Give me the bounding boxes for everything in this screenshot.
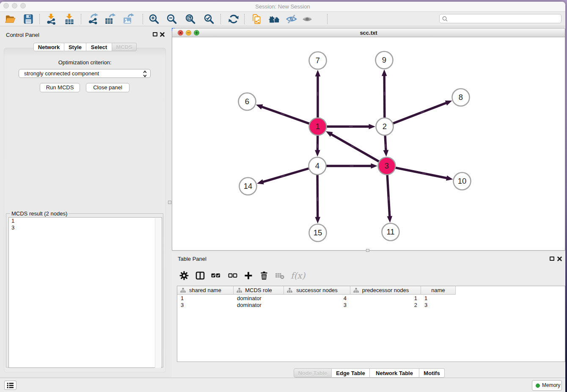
column-label: name: [431, 287, 445, 293]
result-scrollbar[interactable]: [155, 218, 161, 368]
table-tab-edge-table[interactable]: Edge Table: [332, 368, 370, 378]
column-header-successor-nodes[interactable]: successor nodes: [284, 286, 350, 295]
search-input[interactable]: [450, 15, 559, 22]
export-image-button[interactable]: [122, 13, 134, 25]
search-box[interactable]: [439, 14, 561, 23]
mcds-result-item[interactable]: 1: [9, 218, 162, 224]
network-view-window: scc.txt 7968124314101511: [172, 28, 565, 251]
table-tab-network-table[interactable]: Network Table: [370, 368, 419, 378]
show-columns-button[interactable]: [195, 271, 205, 281]
column-settings-button[interactable]: [179, 271, 189, 281]
graph-node-label: 14: [244, 182, 253, 190]
graph-node-label: 6: [245, 97, 249, 106]
table-tab-node-table[interactable]: Node Table: [294, 368, 332, 378]
table-row-3[interactable]: 3dominator323: [177, 302, 456, 309]
add-row-button[interactable]: [243, 271, 253, 281]
table-cell[interactable]: 1: [421, 295, 456, 302]
open-file-button[interactable]: [4, 13, 16, 25]
memory-button[interactable]: Memory: [532, 380, 562, 391]
window-titlebar: Session: New Session: [0, 2, 565, 12]
graph-node-label: 15: [314, 228, 322, 237]
show-columns-icon: [195, 271, 205, 281]
export-table-button[interactable]: [104, 13, 116, 25]
float-panel-icon[interactable]: [153, 32, 157, 36]
control-tab-mcds[interactable]: MCDS: [112, 43, 137, 51]
deselect-all-button[interactable]: [228, 271, 238, 281]
control-tab-network[interactable]: Network: [33, 43, 64, 51]
edge-3-1[interactable]: [330, 134, 379, 162]
edge-arrow-1-2: [369, 124, 376, 130]
network-minimize-button[interactable]: [186, 30, 191, 36]
table-cell[interactable]: 3: [177, 302, 234, 309]
zoom-fit-button[interactable]: [184, 13, 196, 25]
select-all-button[interactable]: [211, 271, 221, 281]
mcds-result-item[interactable]: 3: [9, 224, 162, 231]
edge-2-9[interactable]: [384, 75, 385, 118]
zoom-selected-button[interactable]: [203, 13, 215, 25]
hide-details-icon: [286, 13, 297, 25]
run-mcds-button[interactable]: Run MCDS: [40, 83, 80, 92]
control-tab-select[interactable]: Select: [86, 43, 112, 51]
network-window-titlebar[interactable]: scc.txt: [172, 28, 565, 37]
criterion-dropdown[interactable]: strongly connected component: [19, 69, 151, 78]
table-cell[interactable]: dominator: [234, 302, 284, 309]
column-header-shared-name[interactable]: shared name: [177, 286, 234, 295]
network-maximize-button[interactable]: [194, 30, 199, 36]
edge-2-3[interactable]: [385, 135, 386, 151]
close-panel-icon[interactable]: [160, 32, 165, 37]
network-graph[interactable]: 7968124314101511: [172, 37, 565, 250]
column-header-name[interactable]: name: [421, 286, 456, 295]
control-panel-title: Control Panel: [6, 32, 39, 38]
close-panel-button[interactable]: Close panel: [86, 83, 129, 92]
network-close-button[interactable]: [178, 30, 183, 36]
column-tree-icon: [353, 288, 359, 293]
column-tree-icon: [287, 288, 292, 293]
duplicate-network-button[interactable]: [250, 13, 262, 25]
edge-3-11[interactable]: [387, 174, 390, 217]
table-cell[interactable]: 4: [284, 295, 350, 302]
hide-details-button[interactable]: [286, 13, 297, 25]
import-network-button[interactable]: [45, 13, 57, 25]
table-tab-motifs[interactable]: Motifs: [419, 368, 445, 378]
save-session-button[interactable]: [22, 13, 34, 25]
table-float-icon[interactable]: [550, 257, 554, 261]
edge-2-8[interactable]: [393, 102, 447, 123]
node-table: shared nameMCDS rolesuccessor nodesprede…: [177, 286, 565, 362]
vertical-split-handle[interactable]: [168, 201, 171, 204]
table-cell[interactable]: 2: [350, 302, 421, 309]
graph-node-label: 4: [315, 161, 319, 170]
table-cell[interactable]: 3: [421, 302, 456, 309]
horizontal-split-handle[interactable]: [366, 249, 369, 252]
table-tabs: Node TableEdge TableNetwork TableMotifs: [294, 368, 445, 378]
show-details-button[interactable]: [301, 13, 313, 25]
edge-3-10[interactable]: [395, 168, 448, 178]
refresh-view-button[interactable]: [228, 13, 239, 25]
mcds-result-list[interactable]: 13: [8, 217, 162, 368]
control-tab-style[interactable]: Style: [64, 43, 86, 51]
edge-4-15[interactable]: [317, 174, 318, 218]
delete-table-button[interactable]: [275, 271, 285, 281]
delete-row-button[interactable]: [259, 271, 269, 281]
home-view-button[interactable]: [268, 13, 280, 25]
task-history-button[interactable]: [4, 381, 17, 390]
edge-1-6[interactable]: [261, 106, 310, 124]
edge-4-14[interactable]: [262, 168, 309, 182]
column-label: shared name: [189, 287, 221, 293]
export-network-button[interactable]: [87, 13, 99, 25]
table-row-1[interactable]: 1dominator411: [177, 295, 456, 302]
column-header-MCDS-role[interactable]: MCDS role: [234, 286, 284, 295]
network-canvas[interactable]: 7968124314101511: [172, 37, 565, 250]
column-header-predecessor-nodes[interactable]: predecessor nodes: [350, 286, 421, 295]
table-cell[interactable]: 1: [177, 295, 234, 302]
apply-function-button[interactable]: f(x): [291, 271, 305, 281]
zoom-in-button[interactable]: [148, 13, 160, 25]
table-close-icon[interactable]: [557, 256, 562, 262]
edge-arrow-1-6: [256, 105, 263, 110]
zoom-out-button[interactable]: [166, 13, 178, 25]
table-cell[interactable]: 1: [350, 295, 421, 302]
table-cell[interactable]: 3: [284, 302, 350, 309]
import-table-button[interactable]: [63, 13, 75, 25]
table-cell[interactable]: dominator: [234, 295, 284, 302]
graph-node-label: 7: [316, 56, 320, 65]
refresh-view-icon: [228, 13, 239, 25]
